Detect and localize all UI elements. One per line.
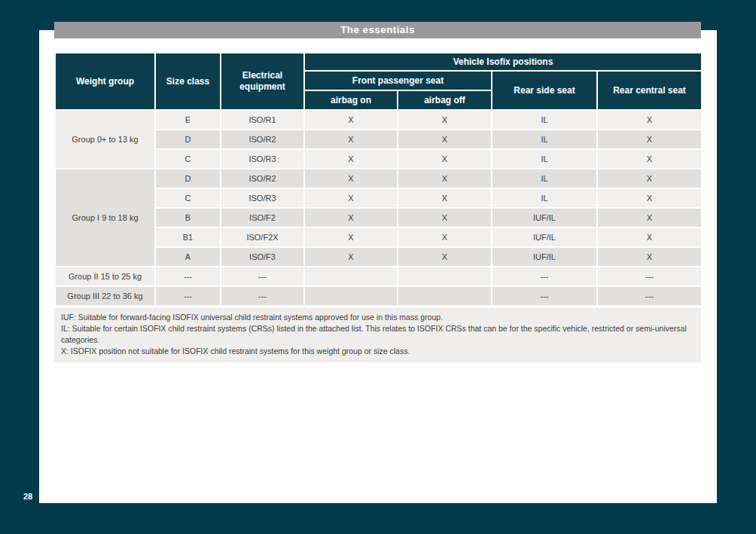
cell-airbag-off: X bbox=[398, 208, 492, 227]
cell-airbag-off: X bbox=[398, 130, 492, 149]
header-vehicle-isofix-positions: Vehicle Isofix positions bbox=[304, 53, 702, 71]
cell-rear-central-seat: X bbox=[597, 110, 702, 130]
cell-airbag-off: X bbox=[398, 227, 492, 247]
cell-airbag-off bbox=[398, 286, 492, 306]
cell-airbag-off: X bbox=[398, 188, 492, 208]
note-x: X: ISOFIX position not suitable for ISOF… bbox=[61, 346, 694, 357]
cell-size-class: A bbox=[155, 247, 221, 267]
cell-rear-side-seat: --- bbox=[492, 267, 597, 286]
table-row: Group 0+ to 13 kg E ISO/R1 X X IL X bbox=[55, 110, 702, 130]
isofix-positions-table: Weight group Size class Electrical equip… bbox=[54, 52, 703, 307]
cell-rear-central-seat: X bbox=[597, 130, 702, 149]
section-title-bar: The essentials bbox=[54, 22, 701, 38]
cell-rear-central-seat: --- bbox=[597, 286, 702, 306]
page-content: Weight group Size class Electrical equip… bbox=[54, 52, 701, 362]
header-front-passenger-seat: Front passenger seat bbox=[304, 71, 492, 90]
table-row: Group III 22 to 36 kg --- --- --- --- bbox=[55, 286, 702, 306]
cell-electrical-equipment: ISO/R2 bbox=[221, 130, 304, 149]
cell-electrical-equipment: ISO/F2X bbox=[221, 227, 304, 247]
cell-size-class: D bbox=[155, 130, 221, 149]
cell-rear-side-seat: IL bbox=[492, 169, 597, 188]
cell-size-class: D bbox=[155, 169, 221, 188]
cell-airbag-off: X bbox=[398, 247, 492, 267]
header-electrical-equipment: Electrical equipment bbox=[221, 53, 304, 110]
cell-rear-side-seat: --- bbox=[492, 286, 597, 306]
cell-size-class: --- bbox=[155, 267, 221, 286]
cell-airbag-off: X bbox=[398, 169, 492, 188]
cell-weight-group: Group I 9 to 18 kg bbox=[55, 169, 155, 267]
cell-electrical-equipment: ISO/R3 bbox=[221, 188, 304, 208]
cell-airbag-on: X bbox=[304, 208, 398, 227]
cell-size-class: C bbox=[155, 188, 221, 208]
cell-rear-side-seat: IUF/IL bbox=[492, 227, 597, 247]
note-iuf: IUF: Suitable for forward-facing ISOFIX … bbox=[61, 312, 694, 323]
cell-electrical-equipment: ISO/F3 bbox=[221, 247, 304, 267]
table-row: Group II 15 to 25 kg --- --- --- --- bbox=[55, 267, 702, 286]
table-header-row: Weight group Size class Electrical equip… bbox=[55, 53, 702, 71]
cell-rear-central-seat: X bbox=[597, 247, 702, 267]
cell-size-class: --- bbox=[155, 286, 221, 306]
cell-size-class: B1 bbox=[155, 227, 221, 247]
cell-size-class: B bbox=[155, 208, 221, 227]
cell-size-class: E bbox=[155, 110, 221, 130]
cell-electrical-equipment: ISO/R3 bbox=[221, 149, 304, 169]
cell-weight-group: Group II 15 to 25 kg bbox=[55, 267, 155, 286]
cell-rear-side-seat: IL bbox=[492, 130, 597, 149]
cell-electrical-equipment: ISO/F2 bbox=[221, 208, 304, 227]
cell-electrical-equipment: ISO/R2 bbox=[221, 169, 304, 188]
cell-rear-central-seat: X bbox=[597, 188, 702, 208]
cell-rear-side-seat: IUF/IL bbox=[492, 208, 597, 227]
cell-rear-central-seat: --- bbox=[597, 267, 702, 286]
cell-airbag-off: X bbox=[398, 149, 492, 169]
cell-rear-side-seat: IL bbox=[492, 188, 597, 208]
header-rear-side-seat: Rear side seat bbox=[492, 71, 597, 110]
section-title: The essentials bbox=[340, 24, 415, 35]
cell-airbag-on bbox=[304, 267, 398, 286]
note-il: IL: Suitable for certain ISOFIX child re… bbox=[61, 323, 694, 346]
header-airbag-off: airbag off bbox=[398, 90, 492, 110]
cell-airbag-on: X bbox=[304, 130, 398, 149]
header-rear-central-seat: Rear central seat bbox=[597, 71, 702, 110]
cell-electrical-equipment: ISO/R1 bbox=[221, 110, 304, 130]
manual-page-frame: The essentials Weight group Size class E… bbox=[0, 0, 756, 534]
cell-rear-side-seat: IL bbox=[492, 110, 597, 130]
header-size-class: Size class bbox=[155, 53, 221, 110]
cell-electrical-equipment: --- bbox=[221, 286, 304, 306]
cell-electrical-equipment: --- bbox=[221, 267, 304, 286]
cell-airbag-off: X bbox=[398, 110, 492, 130]
cell-weight-group: Group 0+ to 13 kg bbox=[55, 110, 155, 169]
cell-rear-central-seat: X bbox=[597, 169, 702, 188]
cell-rear-central-seat: X bbox=[597, 227, 702, 247]
cell-airbag-on: X bbox=[304, 169, 398, 188]
cell-weight-group: Group III 22 to 36 kg bbox=[55, 286, 155, 306]
cell-airbag-on: X bbox=[304, 227, 398, 247]
cell-rear-side-seat: IL bbox=[492, 149, 597, 169]
cell-airbag-on: X bbox=[304, 247, 398, 267]
cell-rear-central-seat: X bbox=[597, 208, 702, 227]
cell-airbag-on: X bbox=[304, 110, 398, 130]
page-number: 28 bbox=[23, 492, 32, 501]
cell-size-class: C bbox=[155, 149, 221, 169]
table-legend-notes: IUF: Suitable for forward-facing ISOFIX … bbox=[54, 308, 701, 362]
cell-airbag-on: X bbox=[304, 149, 398, 169]
cell-airbag-on: X bbox=[304, 188, 398, 208]
cell-rear-central-seat: X bbox=[597, 149, 702, 169]
cell-airbag-off bbox=[398, 267, 492, 286]
table-row: Group I 9 to 18 kg D ISO/R2 X X IL X bbox=[55, 169, 702, 188]
header-airbag-on: airbag on bbox=[304, 90, 398, 110]
cell-rear-side-seat: IUF/IL bbox=[492, 247, 597, 267]
cell-airbag-on bbox=[304, 286, 398, 306]
header-weight-group: Weight group bbox=[55, 53, 155, 110]
